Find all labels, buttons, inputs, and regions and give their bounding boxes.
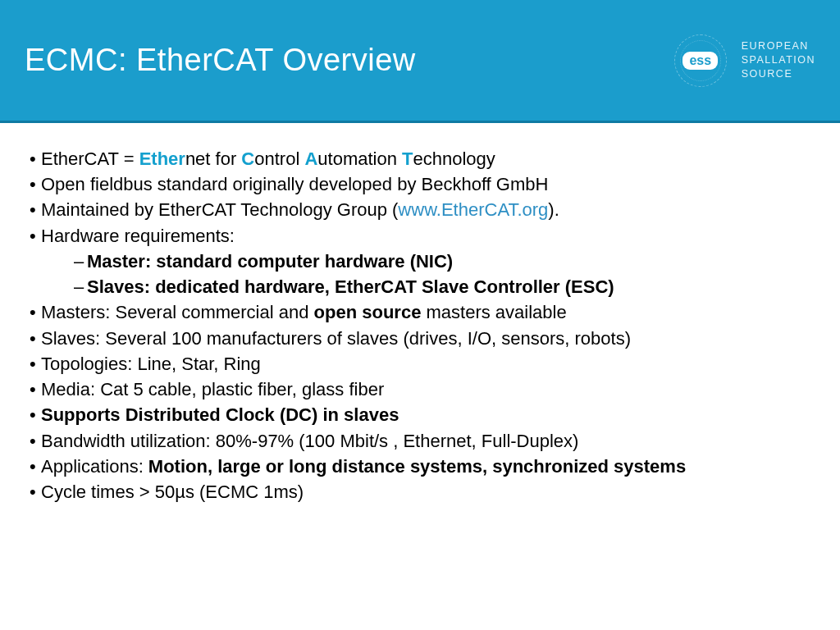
- bullet-item: Maintained by EtherCAT Technology Group …: [30, 197, 810, 222]
- brand-line-1: EUROPEAN: [742, 39, 815, 53]
- brand-text: EUROPEAN SPALLATION SOURCE: [742, 39, 815, 81]
- sub-bullet-item: Slaves: dedicated hardware, EtherCAT Sla…: [74, 274, 810, 299]
- sub-bullet-item: Master: standard computer hardware (NIC): [74, 249, 810, 274]
- bullet-item: Open fieldbus standard originally develo…: [30, 171, 810, 197]
- bullet-item: EtherCAT = Ethernet for Control Automati…: [30, 146, 810, 171]
- bullet-item: Slaves: Several 100 manufacturers of sla…: [30, 326, 810, 351]
- bullet-item: Supports Distributed Clock (DC) in slave…: [30, 402, 810, 427]
- bullet-item: Applications: Motion, large or long dist…: [30, 454, 810, 479]
- ess-logo-text: ess: [682, 52, 718, 70]
- slide-title: ECMC: EtherCAT Overview: [25, 43, 416, 78]
- brand-line-3: SOURCE: [742, 67, 815, 81]
- bullet-item: Bandwidth utilization: 80%-97% (100 Mbit…: [30, 428, 810, 454]
- slide-header: ECMC: EtherCAT Overview ess EUROPEAN SPA…: [0, 0, 840, 123]
- ethercat-link[interactable]: www.EtherCAT.org: [398, 199, 548, 220]
- bullet-item: Media: Cat 5 cable, plastic fiber, glass…: [30, 377, 810, 402]
- bullet-list: EtherCAT = Ethernet for Control Automati…: [30, 146, 810, 249]
- bullet-item: Masters: Several commercial and open sou…: [30, 299, 810, 325]
- ess-logo-icon: ess: [674, 34, 727, 87]
- bullet-list: Masters: Several commercial and open sou…: [30, 299, 810, 504]
- sub-bullet-list: Master: standard computer hardware (NIC)…: [30, 249, 810, 299]
- slide-content: EtherCAT = Ethernet for Control Automati…: [0, 123, 840, 504]
- bullet-item: Cycle times > 50µs (ECMC 1ms): [30, 479, 810, 504]
- brand-line-2: SPALLATION: [742, 53, 815, 67]
- bullet-item: Hardware requirements:: [30, 223, 810, 249]
- bullet-item: Topologies: Line, Star, Ring: [30, 351, 810, 377]
- brand-block: ess EUROPEAN SPALLATION SOURCE: [674, 34, 815, 87]
